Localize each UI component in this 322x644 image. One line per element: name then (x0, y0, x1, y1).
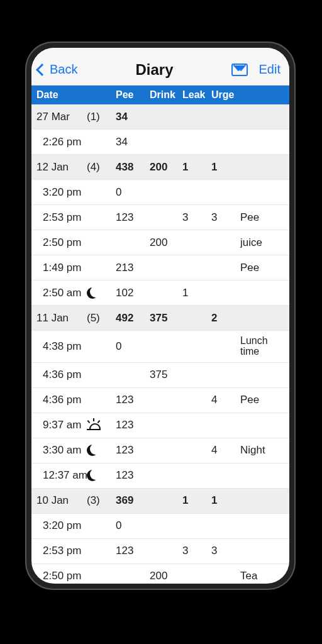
table-header: Date Pee Drink Leak Urge (31, 86, 289, 104)
cell-drink: 200 (150, 161, 182, 174)
cell-note: Lunchtime (240, 336, 287, 357)
cell-pee: 123 (116, 394, 150, 406)
cell-drink: 200 (150, 570, 182, 582)
col-urge: Urge (211, 89, 240, 101)
moon-icon (87, 470, 98, 481)
page-title: Diary (77, 61, 231, 79)
cell-leak: 3 (182, 545, 211, 557)
cell-leak: 3 (182, 211, 211, 224)
cell-pee: 123 (116, 419, 150, 431)
cell-date: 9:37 am (36, 419, 87, 431)
phone-frame: Back Diary Edit Date Pee Drink Leak Urge… (25, 42, 296, 590)
cell-pee: 123 (116, 545, 150, 557)
cell-date: 12 Jan (36, 161, 87, 174)
cell-icon (87, 445, 116, 456)
entry-row[interactable]: 2:50 pm200Tea (31, 564, 289, 584)
cell-date: 2:50 pm (36, 236, 87, 249)
cell-date: 2:50 pm (36, 570, 87, 582)
cell-note: Night (240, 444, 287, 457)
cell-date: 2:50 am (36, 287, 87, 299)
cell-urge: 2 (211, 312, 240, 325)
cell-icon (87, 420, 116, 430)
edit-button[interactable]: Edit (259, 62, 283, 77)
cell-pee: 34 (116, 136, 150, 148)
cell-pee: 34 (116, 111, 150, 123)
diary-table[interactable]: 27 Mar(1)342:26 pm3412 Jan(4)438200113:2… (31, 104, 289, 584)
entry-row[interactable]: 2:53 pm12333 (31, 539, 289, 564)
cell-icon (87, 470, 116, 481)
cell-drink: 375 (150, 312, 182, 325)
chevron-left-icon (36, 64, 48, 76)
cell-note: Tea (240, 570, 287, 582)
cell-date: 3:20 pm (36, 186, 87, 199)
summary-row[interactable]: 10 Jan(3)36911 (31, 489, 289, 514)
cell-note: Pee (240, 394, 287, 406)
back-button[interactable]: Back (38, 62, 77, 77)
cell-pee: 492 (116, 312, 150, 325)
cell-pee: 0 (116, 519, 150, 532)
cell-pee: 123 (116, 469, 150, 482)
cell-pee: 123 (116, 444, 150, 457)
cell-leak: 1 (182, 287, 211, 299)
cell-count: (4) (87, 161, 116, 174)
entry-row[interactable]: 4:36 pm1234Pee (31, 388, 289, 413)
mail-icon[interactable] (231, 64, 248, 76)
cell-date: 3:30 am (36, 444, 87, 457)
summary-row[interactable]: 27 Mar(1)34 (31, 104, 289, 130)
cell-urge: 4 (211, 444, 240, 457)
cell-icon (87, 287, 116, 299)
cell-pee: 102 (116, 287, 150, 299)
entry-row[interactable]: 3:30 am1234Night (31, 438, 289, 464)
cell-date: 11 Jan (36, 312, 87, 325)
cell-pee: 0 (116, 340, 150, 353)
cell-pee: 0 (116, 186, 150, 199)
summary-row[interactable]: 11 Jan(5)4923752 (31, 306, 289, 331)
nav-bar: Back Diary Edit (31, 54, 289, 86)
col-pee: Pee (116, 89, 150, 101)
status-bar (31, 48, 289, 54)
cell-note: Pee (240, 211, 287, 224)
entry-row[interactable]: 3:20 pm0 (31, 180, 289, 205)
cell-date: 2:26 pm (36, 136, 87, 148)
cell-date: 4:38 pm (36, 340, 87, 353)
cell-urge: 3 (211, 211, 240, 224)
cell-date: 27 Mar (36, 111, 87, 123)
entry-row[interactable]: 1:49 pm213Pee (31, 255, 289, 280)
col-drink: Drink (150, 89, 182, 101)
entry-row[interactable]: 4:36 pm375 (31, 363, 289, 388)
entry-row[interactable]: 4:38 pm0Lunchtime (31, 331, 289, 363)
cell-urge: 1 (211, 494, 240, 507)
cell-drink: 200 (150, 236, 182, 249)
entry-row[interactable]: 3:20 pm0 (31, 514, 289, 539)
entry-row[interactable]: 2:50 am1021 (31, 280, 289, 306)
cell-urge: 3 (211, 545, 240, 557)
summary-row[interactable]: 12 Jan(4)43820011 (31, 155, 289, 180)
cell-date: 3:20 pm (36, 519, 87, 532)
cell-date: 2:53 pm (36, 211, 87, 224)
entry-row[interactable]: 9:37 am123 (31, 413, 289, 438)
cell-date: 12:37 am (36, 469, 87, 482)
sunrise-icon (87, 420, 101, 430)
col-leak: Leak (182, 89, 211, 101)
moon-icon (87, 445, 98, 456)
cell-urge: 1 (211, 161, 240, 174)
cell-leak: 1 (182, 161, 211, 174)
cell-note: Pee (240, 262, 287, 274)
cell-count: (1) (87, 111, 116, 123)
cell-urge: 4 (211, 394, 240, 406)
entry-row[interactable]: 2:50 pm200juice (31, 230, 289, 255)
cell-pee: 438 (116, 161, 150, 174)
cell-drink: 375 (150, 369, 182, 381)
entry-row[interactable]: 12:37 am123 (31, 464, 289, 489)
cell-pee: 369 (116, 494, 150, 507)
entry-row[interactable]: 2:26 pm34 (31, 130, 289, 155)
entry-row[interactable]: 2:53 pm12333Pee (31, 205, 289, 230)
screen: Back Diary Edit Date Pee Drink Leak Urge… (31, 48, 289, 584)
cell-date: 4:36 pm (36, 369, 87, 381)
moon-icon (87, 287, 98, 299)
cell-count: (5) (87, 312, 116, 325)
back-label: Back (50, 62, 77, 77)
cell-note: juice (240, 236, 287, 249)
cell-date: 10 Jan (36, 494, 87, 507)
cell-pee: 213 (116, 262, 150, 274)
